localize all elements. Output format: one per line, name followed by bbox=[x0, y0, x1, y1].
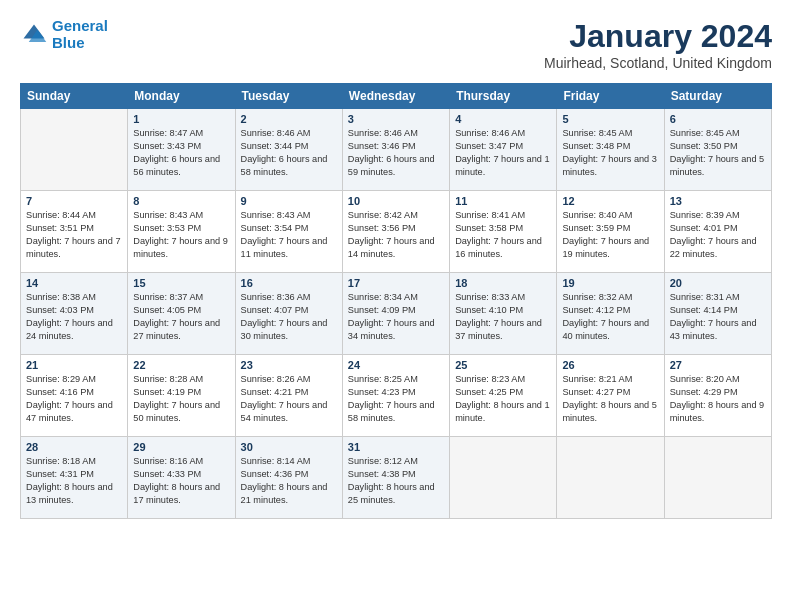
calendar-cell: 6Sunrise: 8:45 AMSunset: 3:50 PMDaylight… bbox=[664, 109, 771, 191]
day-number: 4 bbox=[455, 113, 551, 125]
calendar-cell: 5Sunrise: 8:45 AMSunset: 3:48 PMDaylight… bbox=[557, 109, 664, 191]
logo-text: General Blue bbox=[52, 18, 108, 51]
calendar-cell: 10Sunrise: 8:42 AMSunset: 3:56 PMDayligh… bbox=[342, 191, 449, 273]
calendar-cell: 13Sunrise: 8:39 AMSunset: 4:01 PMDayligh… bbox=[664, 191, 771, 273]
calendar-header-row: SundayMondayTuesdayWednesdayThursdayFrid… bbox=[21, 84, 772, 109]
cell-info: Sunrise: 8:41 AMSunset: 3:58 PMDaylight:… bbox=[455, 209, 551, 261]
calendar-cell: 17Sunrise: 8:34 AMSunset: 4:09 PMDayligh… bbox=[342, 273, 449, 355]
calendar-cell: 24Sunrise: 8:25 AMSunset: 4:23 PMDayligh… bbox=[342, 355, 449, 437]
location: Muirhead, Scotland, United Kingdom bbox=[544, 55, 772, 71]
cell-info: Sunrise: 8:31 AMSunset: 4:14 PMDaylight:… bbox=[670, 291, 766, 343]
day-number: 16 bbox=[241, 277, 337, 289]
day-number: 19 bbox=[562, 277, 658, 289]
cell-info: Sunrise: 8:18 AMSunset: 4:31 PMDaylight:… bbox=[26, 455, 122, 507]
weekday-header-sunday: Sunday bbox=[21, 84, 128, 109]
day-number: 11 bbox=[455, 195, 551, 207]
calendar-cell bbox=[557, 437, 664, 519]
cell-info: Sunrise: 8:42 AMSunset: 3:56 PMDaylight:… bbox=[348, 209, 444, 261]
calendar-cell: 14Sunrise: 8:38 AMSunset: 4:03 PMDayligh… bbox=[21, 273, 128, 355]
cell-info: Sunrise: 8:45 AMSunset: 3:48 PMDaylight:… bbox=[562, 127, 658, 179]
day-number: 14 bbox=[26, 277, 122, 289]
calendar-cell: 20Sunrise: 8:31 AMSunset: 4:14 PMDayligh… bbox=[664, 273, 771, 355]
calendar-cell: 3Sunrise: 8:46 AMSunset: 3:46 PMDaylight… bbox=[342, 109, 449, 191]
calendar-cell: 2Sunrise: 8:46 AMSunset: 3:44 PMDaylight… bbox=[235, 109, 342, 191]
calendar-week-3: 21Sunrise: 8:29 AMSunset: 4:16 PMDayligh… bbox=[21, 355, 772, 437]
cell-info: Sunrise: 8:47 AMSunset: 3:43 PMDaylight:… bbox=[133, 127, 229, 179]
day-number: 20 bbox=[670, 277, 766, 289]
day-number: 18 bbox=[455, 277, 551, 289]
cell-info: Sunrise: 8:45 AMSunset: 3:50 PMDaylight:… bbox=[670, 127, 766, 179]
logo-icon bbox=[20, 21, 48, 49]
day-number: 28 bbox=[26, 441, 122, 453]
logo: General Blue bbox=[20, 18, 108, 51]
calendar-cell: 23Sunrise: 8:26 AMSunset: 4:21 PMDayligh… bbox=[235, 355, 342, 437]
cell-info: Sunrise: 8:32 AMSunset: 4:12 PMDaylight:… bbox=[562, 291, 658, 343]
cell-info: Sunrise: 8:21 AMSunset: 4:27 PMDaylight:… bbox=[562, 373, 658, 425]
weekday-header-wednesday: Wednesday bbox=[342, 84, 449, 109]
cell-info: Sunrise: 8:12 AMSunset: 4:38 PMDaylight:… bbox=[348, 455, 444, 507]
cell-info: Sunrise: 8:43 AMSunset: 3:54 PMDaylight:… bbox=[241, 209, 337, 261]
calendar-cell: 22Sunrise: 8:28 AMSunset: 4:19 PMDayligh… bbox=[128, 355, 235, 437]
day-number: 9 bbox=[241, 195, 337, 207]
cell-info: Sunrise: 8:34 AMSunset: 4:09 PMDaylight:… bbox=[348, 291, 444, 343]
day-number: 30 bbox=[241, 441, 337, 453]
cell-info: Sunrise: 8:38 AMSunset: 4:03 PMDaylight:… bbox=[26, 291, 122, 343]
calendar-cell bbox=[450, 437, 557, 519]
calendar-week-1: 7Sunrise: 8:44 AMSunset: 3:51 PMDaylight… bbox=[21, 191, 772, 273]
cell-info: Sunrise: 8:36 AMSunset: 4:07 PMDaylight:… bbox=[241, 291, 337, 343]
calendar-cell: 12Sunrise: 8:40 AMSunset: 3:59 PMDayligh… bbox=[557, 191, 664, 273]
cell-info: Sunrise: 8:28 AMSunset: 4:19 PMDaylight:… bbox=[133, 373, 229, 425]
calendar-cell: 26Sunrise: 8:21 AMSunset: 4:27 PMDayligh… bbox=[557, 355, 664, 437]
day-number: 21 bbox=[26, 359, 122, 371]
calendar-cell: 11Sunrise: 8:41 AMSunset: 3:58 PMDayligh… bbox=[450, 191, 557, 273]
cell-info: Sunrise: 8:46 AMSunset: 3:44 PMDaylight:… bbox=[241, 127, 337, 179]
weekday-header-tuesday: Tuesday bbox=[235, 84, 342, 109]
logo-blue: Blue bbox=[52, 34, 85, 51]
calendar-cell: 16Sunrise: 8:36 AMSunset: 4:07 PMDayligh… bbox=[235, 273, 342, 355]
day-number: 23 bbox=[241, 359, 337, 371]
calendar-cell: 28Sunrise: 8:18 AMSunset: 4:31 PMDayligh… bbox=[21, 437, 128, 519]
day-number: 8 bbox=[133, 195, 229, 207]
cell-info: Sunrise: 8:44 AMSunset: 3:51 PMDaylight:… bbox=[26, 209, 122, 261]
title-block: January 2024 Muirhead, Scotland, United … bbox=[544, 18, 772, 71]
day-number: 25 bbox=[455, 359, 551, 371]
calendar-cell: 27Sunrise: 8:20 AMSunset: 4:29 PMDayligh… bbox=[664, 355, 771, 437]
calendar-cell: 25Sunrise: 8:23 AMSunset: 4:25 PMDayligh… bbox=[450, 355, 557, 437]
day-number: 12 bbox=[562, 195, 658, 207]
calendar-cell: 7Sunrise: 8:44 AMSunset: 3:51 PMDaylight… bbox=[21, 191, 128, 273]
weekday-header-monday: Monday bbox=[128, 84, 235, 109]
cell-info: Sunrise: 8:33 AMSunset: 4:10 PMDaylight:… bbox=[455, 291, 551, 343]
day-number: 24 bbox=[348, 359, 444, 371]
day-number: 17 bbox=[348, 277, 444, 289]
day-number: 13 bbox=[670, 195, 766, 207]
month-title: January 2024 bbox=[544, 18, 772, 55]
calendar-cell: 15Sunrise: 8:37 AMSunset: 4:05 PMDayligh… bbox=[128, 273, 235, 355]
calendar-week-0: 1Sunrise: 8:47 AMSunset: 3:43 PMDaylight… bbox=[21, 109, 772, 191]
day-number: 5 bbox=[562, 113, 658, 125]
cell-info: Sunrise: 8:23 AMSunset: 4:25 PMDaylight:… bbox=[455, 373, 551, 425]
cell-info: Sunrise: 8:20 AMSunset: 4:29 PMDaylight:… bbox=[670, 373, 766, 425]
cell-info: Sunrise: 8:14 AMSunset: 4:36 PMDaylight:… bbox=[241, 455, 337, 507]
cell-info: Sunrise: 8:26 AMSunset: 4:21 PMDaylight:… bbox=[241, 373, 337, 425]
day-number: 15 bbox=[133, 277, 229, 289]
day-number: 7 bbox=[26, 195, 122, 207]
calendar-cell: 9Sunrise: 8:43 AMSunset: 3:54 PMDaylight… bbox=[235, 191, 342, 273]
calendar-table: SundayMondayTuesdayWednesdayThursdayFrid… bbox=[20, 83, 772, 519]
calendar-cell: 4Sunrise: 8:46 AMSunset: 3:47 PMDaylight… bbox=[450, 109, 557, 191]
calendar-cell: 31Sunrise: 8:12 AMSunset: 4:38 PMDayligh… bbox=[342, 437, 449, 519]
calendar-week-4: 28Sunrise: 8:18 AMSunset: 4:31 PMDayligh… bbox=[21, 437, 772, 519]
cell-info: Sunrise: 8:46 AMSunset: 3:46 PMDaylight:… bbox=[348, 127, 444, 179]
day-number: 2 bbox=[241, 113, 337, 125]
calendar-week-2: 14Sunrise: 8:38 AMSunset: 4:03 PMDayligh… bbox=[21, 273, 772, 355]
weekday-header-saturday: Saturday bbox=[664, 84, 771, 109]
day-number: 10 bbox=[348, 195, 444, 207]
calendar-cell: 19Sunrise: 8:32 AMSunset: 4:12 PMDayligh… bbox=[557, 273, 664, 355]
calendar-cell bbox=[664, 437, 771, 519]
day-number: 1 bbox=[133, 113, 229, 125]
cell-info: Sunrise: 8:25 AMSunset: 4:23 PMDaylight:… bbox=[348, 373, 444, 425]
day-number: 22 bbox=[133, 359, 229, 371]
cell-info: Sunrise: 8:39 AMSunset: 4:01 PMDaylight:… bbox=[670, 209, 766, 261]
cell-info: Sunrise: 8:43 AMSunset: 3:53 PMDaylight:… bbox=[133, 209, 229, 261]
calendar-cell: 1Sunrise: 8:47 AMSunset: 3:43 PMDaylight… bbox=[128, 109, 235, 191]
cell-info: Sunrise: 8:37 AMSunset: 4:05 PMDaylight:… bbox=[133, 291, 229, 343]
